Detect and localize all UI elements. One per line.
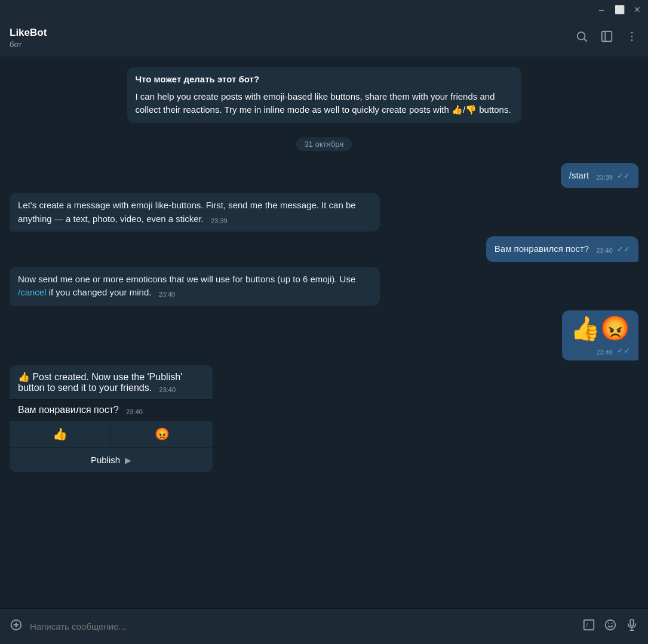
svg-rect-10	[584, 620, 594, 630]
angry-button[interactable]: 😡	[111, 421, 213, 447]
bot-reply-1-time: 23:39	[211, 216, 228, 226]
minimize-button[interactable]: –	[597, 5, 606, 14]
user-msg-1-text: Вам понравился пост?	[495, 244, 589, 254]
mic-icon[interactable]	[625, 618, 638, 634]
emoji-buttons: 👍 😡	[10, 420, 213, 447]
bot-intro-bubble: Что может делать этот бот? I can help yo…	[127, 67, 521, 123]
bot-reply-2-row: Now send me one or more emoticons that w…	[10, 267, 638, 306]
svg-point-0	[578, 32, 585, 40]
bot-card-row: 👍 Post created. Now use the 'Publish' bu…	[10, 365, 638, 474]
svg-point-5	[631, 36, 633, 38]
user-emoji-text: 👍😡	[570, 314, 630, 343]
bot-intro-title: Что может делать этот бот?	[136, 73, 513, 87]
preview-time: 23:40	[126, 408, 143, 415]
svg-point-12	[606, 620, 616, 630]
date-divider: 31 октября	[10, 137, 638, 151]
start-cmd-bubble: /start 23:39 ✓✓	[561, 163, 638, 189]
bot-subtitle: бот	[10, 40, 575, 49]
user-msg-1-row: Вам понравился пост? 23:40 ✓✓	[10, 236, 638, 262]
start-cmd-time: 23:39	[596, 172, 613, 183]
publish-button[interactable]: Publish ▶	[10, 447, 213, 472]
user-msg-1-bubble: Вам понравился пост? 23:40 ✓✓	[486, 236, 638, 262]
header-info: LikeBot бот	[10, 27, 575, 49]
bot-name: LikeBot	[10, 27, 575, 39]
svg-text:/: /	[586, 623, 588, 628]
preview-post: Вам понравился пост? 23:40	[10, 399, 213, 420]
emoji-icon[interactable]	[604, 618, 617, 634]
start-cmd-row: /start 23:39 ✓✓	[10, 163, 638, 189]
start-cmd-checks: ✓✓	[617, 170, 630, 182]
svg-line-1	[584, 39, 586, 41]
publish-arrow-icon: ▶	[125, 455, 131, 465]
user-msg-1-time: 23:40	[596, 246, 613, 256]
svg-point-4	[631, 32, 633, 33]
input-actions: /	[582, 618, 638, 634]
bot-intro-row: Что может делать этот бот? I can help yo…	[10, 67, 638, 123]
bot-reply-1-bubble: Let's create a message with emoji like-b…	[10, 193, 380, 232]
header-actions	[575, 30, 638, 46]
bot-reply-1-text: Let's create a message with emoji like-b…	[18, 200, 356, 224]
titlebar: – ⬜ ✕	[0, 0, 648, 19]
search-icon[interactable]	[575, 30, 588, 46]
svg-rect-2	[602, 32, 612, 42]
user-emoji-row: 👍😡 23:40 ✓✓	[10, 310, 638, 361]
chat-header: LikeBot бот	[0, 19, 648, 57]
bot-card-time: 23:40	[159, 386, 176, 393]
thumbsup-button[interactable]: 👍	[10, 421, 111, 447]
user-emoji-time: 23:40	[596, 347, 613, 358]
message-input[interactable]	[30, 621, 575, 631]
cancel-link[interactable]: /cancel	[18, 287, 47, 297]
bot-reply-2-time: 23:40	[159, 289, 176, 300]
bot-intro-body: I can help you create posts with emoji-b…	[136, 90, 513, 117]
sidebar-icon[interactable]	[600, 30, 613, 46]
bot-reply-1-row: Let's create a message with emoji like-b…	[10, 193, 638, 232]
user-msg-1-checks: ✓✓	[617, 244, 630, 255]
commands-icon[interactable]: /	[582, 618, 595, 634]
attach-icon[interactable]	[10, 618, 23, 635]
svg-rect-15	[630, 620, 634, 626]
start-cmd-text: /start	[569, 170, 589, 180]
bot-reply-2-bubble: Now send me one or more emoticons that w…	[10, 267, 380, 306]
preview-text: Вам понравился пост?	[18, 405, 119, 415]
publish-label: Publish	[91, 455, 120, 465]
user-emoji-bubble: 👍😡 23:40 ✓✓	[562, 310, 638, 361]
more-icon[interactable]	[625, 30, 638, 46]
bot-card-text: 👍 Post created. Now use the 'Publish' bu…	[18, 371, 204, 393]
bot-card-body: 👍 Post created. Now use the 'Publish' bu…	[10, 365, 213, 399]
svg-point-6	[631, 39, 633, 41]
bot-card: 👍 Post created. Now use the 'Publish' bu…	[10, 365, 213, 472]
maximize-button[interactable]: ⬜	[615, 5, 624, 14]
input-bar: /	[0, 608, 648, 644]
chat-area: Что может делать этот бот? I can help yo…	[0, 57, 648, 608]
close-button[interactable]: ✕	[632, 5, 642, 14]
user-emoji-checks: ✓✓	[617, 345, 630, 357]
